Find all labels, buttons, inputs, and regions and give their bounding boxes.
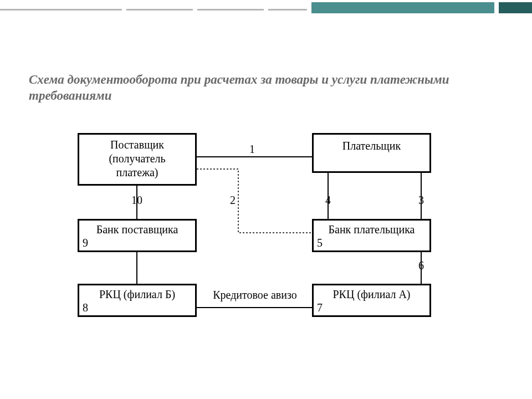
node-supplier-line3: платежа) (79, 166, 195, 180)
corner-label-8: 8 (83, 301, 88, 314)
node-bank-supplier-line1: Банк поставщика (79, 223, 195, 237)
node-supplier-line2: (получатель (79, 152, 195, 166)
edge-label-1: 1 (247, 143, 258, 156)
node-rkc-b-line1: РКЦ (филиал Б) (79, 288, 195, 301)
connectors (0, 0, 532, 399)
edge-label-10: 10 (129, 194, 145, 207)
node-payer: Плательщик (312, 133, 431, 173)
corner-label-5: 5 (317, 237, 323, 249)
edge-label-4: 4 (323, 194, 334, 207)
node-payer-line1: Плательщик (314, 139, 429, 153)
node-rkc-a-line1: РКЦ (филиал А) (314, 288, 429, 301)
node-bank-payer: Банк плательщика 5 (312, 219, 431, 252)
edge-label-credit-aviso: Кредитовое авизо (200, 289, 310, 301)
node-supplier: Поставщик (получатель платежа) (78, 133, 197, 186)
edge-label-6: 6 (416, 259, 427, 272)
diagram-canvas: Поставщик (получатель платежа) Плательщи… (0, 0, 532, 399)
corner-label-7: 7 (317, 301, 323, 314)
edge-label-2: 2 (227, 194, 238, 207)
node-supplier-line1: Поставщик (79, 138, 195, 152)
node-rkc-b: РКЦ (филиал Б) 8 (78, 284, 197, 317)
corner-label-9: 9 (83, 237, 88, 249)
edge-label-3: 3 (416, 194, 427, 207)
node-bank-supplier: Банк поставщика 9 (78, 219, 197, 252)
node-rkc-a: РКЦ (филиал А) 7 (312, 284, 431, 317)
node-bank-payer-line1: Банк плательщика (314, 223, 429, 237)
